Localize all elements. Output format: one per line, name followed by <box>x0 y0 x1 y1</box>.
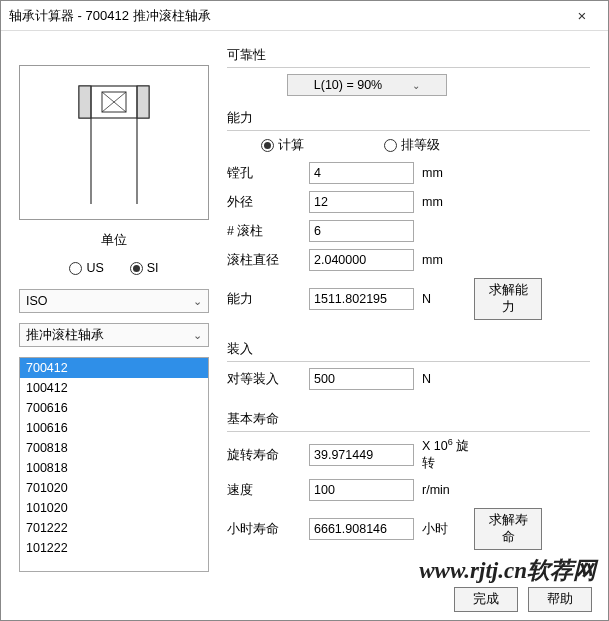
solve-life-button[interactable]: 求解寿命 <box>474 508 542 550</box>
rank-radio[interactable]: 排等级 <box>384 137 440 154</box>
unit-si-radio[interactable]: SI <box>130 261 159 275</box>
list-item[interactable]: 701222 <box>20 518 208 538</box>
speed-label: 速度 <box>227 482 309 499</box>
unit-si-label: SI <box>147 261 159 275</box>
close-icon[interactable]: × <box>564 7 600 24</box>
divider <box>227 361 590 362</box>
radio-icon <box>261 139 274 152</box>
bearing-type-value: 推冲滚柱轴承 <box>26 327 104 344</box>
life-group: 基本寿命 旋转寿命 X 106 旋转 速度 r/min <box>227 411 590 557</box>
list-item[interactable]: 100412 <box>20 378 208 398</box>
app-window: 轴承计算器 - 700412 推冲滚柱轴承 × 单位 <box>0 0 609 621</box>
bore-row: 镗孔 mm <box>227 162 590 184</box>
eqload-unit: N <box>422 372 474 386</box>
speed-row: 速度 r/min <box>227 479 590 501</box>
window-title: 轴承计算器 - 700412 推冲滚柱轴承 <box>9 7 564 25</box>
hourlife-label: 小时寿命 <box>227 521 309 538</box>
reliability-value: L(10) = 90% <box>314 78 382 92</box>
svg-rect-1 <box>79 86 91 118</box>
reliability-dropdown[interactable]: L(10) = 90% ⌄ <box>287 74 447 96</box>
rollers-row: # 滚柱 <box>227 220 590 242</box>
bearing-svg <box>64 78 164 208</box>
calc-radio-label: 计算 <box>278 137 304 154</box>
rank-radio-label: 排等级 <box>401 137 440 154</box>
chevron-down-icon: ⌄ <box>193 295 202 308</box>
install-group: 装入 对等装入 N <box>227 341 590 397</box>
revlife-unit: X 106 旋转 <box>422 438 474 472</box>
calc-radio[interactable]: 计算 <box>261 137 304 154</box>
titlebar: 轴承计算器 - 700412 推冲滚柱轴承 × <box>1 1 608 31</box>
life-label: 基本寿命 <box>227 411 590 428</box>
bore-input[interactable] <box>309 162 414 184</box>
hourlife-row: 小时寿命 小时 求解寿命 <box>227 508 590 550</box>
eqload-row: 对等装入 N <box>227 368 590 390</box>
od-input[interactable] <box>309 191 414 213</box>
left-column: 单位 US SI ISO ⌄ 推冲滚柱轴承 ⌄ 700412100412700 <box>19 47 209 572</box>
diam-row: 滚柱直径 mm <box>227 249 590 271</box>
hourlife-unit: 小时 <box>422 521 474 538</box>
speed-unit: r/min <box>422 483 474 497</box>
revlife-input[interactable] <box>309 444 414 466</box>
unit-radio-group: US SI <box>19 261 209 275</box>
reliability-label: 可靠性 <box>227 47 590 64</box>
radio-icon <box>130 262 143 275</box>
divider <box>227 431 590 432</box>
list-item[interactable]: 700412 <box>20 358 208 378</box>
capacity-group: 能力 计算 排等级 镗孔 mm <box>227 110 590 327</box>
capacity-label: 能力 <box>227 110 590 127</box>
revlife-label: 旋转寿命 <box>227 447 309 464</box>
unit-label: 单位 <box>19 232 209 249</box>
footer: 完成 帮助 <box>454 587 592 612</box>
od-label: 外径 <box>227 194 309 211</box>
list-item[interactable]: 701020 <box>20 478 208 498</box>
list-item[interactable]: 700616 <box>20 398 208 418</box>
radio-icon <box>384 139 397 152</box>
diam-unit: mm <box>422 253 474 267</box>
install-label: 装入 <box>227 341 590 358</box>
divider <box>227 130 590 131</box>
chevron-down-icon: ⌄ <box>412 80 420 91</box>
list-item[interactable]: 101020 <box>20 498 208 518</box>
speed-input[interactable] <box>309 479 414 501</box>
solve-capacity-button[interactable]: 求解能力 <box>474 278 542 320</box>
svg-rect-2 <box>137 86 149 118</box>
diam-input[interactable] <box>309 249 414 271</box>
standard-dropdown[interactable]: ISO ⌄ <box>19 289 209 313</box>
done-button[interactable]: 完成 <box>454 587 518 612</box>
cap-row: 能力 N 求解能力 <box>227 278 590 320</box>
unit-us-label: US <box>86 261 103 275</box>
reliability-group: 可靠性 L(10) = 90% ⌄ <box>227 47 590 96</box>
content-area: 单位 US SI ISO ⌄ 推冲滚柱轴承 ⌄ 700412100412700 <box>1 31 608 580</box>
diam-label: 滚柱直径 <box>227 252 309 269</box>
bearing-type-dropdown[interactable]: 推冲滚柱轴承 ⌄ <box>19 323 209 347</box>
eqload-label: 对等装入 <box>227 371 309 388</box>
help-button[interactable]: 帮助 <box>528 587 592 612</box>
list-item[interactable]: 101222 <box>20 538 208 558</box>
rollers-label: # 滚柱 <box>227 223 309 240</box>
list-item[interactable]: 100616 <box>20 418 208 438</box>
standard-value: ISO <box>26 294 48 308</box>
hourlife-input[interactable] <box>309 518 414 540</box>
od-unit: mm <box>422 195 474 209</box>
right-column: 可靠性 L(10) = 90% ⌄ 能力 计算 <box>227 47 590 572</box>
od-row: 外径 mm <box>227 191 590 213</box>
bore-label: 镗孔 <box>227 165 309 182</box>
bearing-diagram <box>19 65 209 220</box>
list-item[interactable]: 700818 <box>20 438 208 458</box>
divider <box>227 67 590 68</box>
unit-us-radio[interactable]: US <box>69 261 103 275</box>
cap-input[interactable] <box>309 288 414 310</box>
bearing-listbox[interactable]: 7004121004127006161006167008181008187010… <box>19 357 209 572</box>
revlife-row: 旋转寿命 X 106 旋转 <box>227 438 590 472</box>
cap-unit: N <box>422 292 474 306</box>
eqload-input[interactable] <box>309 368 414 390</box>
list-item[interactable]: 100818 <box>20 458 208 478</box>
radio-icon <box>69 262 82 275</box>
cap-label: 能力 <box>227 291 309 308</box>
rollers-input[interactable] <box>309 220 414 242</box>
bore-unit: mm <box>422 166 474 180</box>
chevron-down-icon: ⌄ <box>193 329 202 342</box>
